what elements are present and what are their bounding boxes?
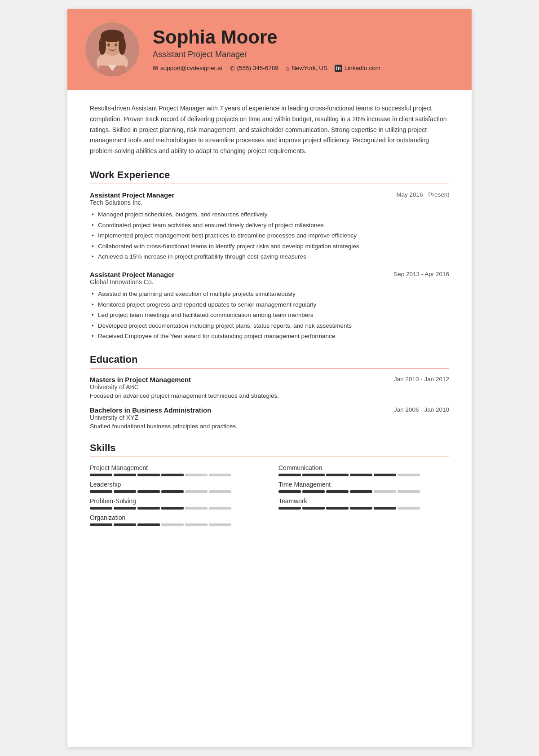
bar-segment-empty [209,490,231,493]
bar-segment-empty [398,474,420,476]
bar-segment-filled [137,474,160,476]
svg-point-5 [119,37,126,55]
candidate-name: Sophia Moore [153,27,454,48]
bar-segment-empty [398,490,420,493]
bar-segment-filled [137,507,160,510]
job-1-header: Assistant Project Manager May 2016 - Pre… [90,191,449,199]
bar-segment-filled [114,523,136,526]
bar-segment-empty [374,490,396,493]
bar-segment-empty [185,490,208,493]
skill-name: Organization [90,514,261,521]
bar-segment-filled [137,523,160,526]
skill-bar [278,474,449,476]
bar-segment-filled [114,490,136,493]
job-2-company: Global Innovations Co. [90,278,449,286]
svg-point-7 [115,44,117,47]
skills-section: Skills Project Management [90,442,449,526]
job-2-header: Assistant Project Manager Sep 2013 - Apr… [90,271,449,278]
job-1: Assistant Project Manager May 2016 - Pre… [90,191,449,262]
location-icon: ⌂ [286,65,289,72]
skill-project-management: Project Management [90,464,261,476]
skill-teamwork: Teamwork [278,497,449,510]
skill-bar [90,474,261,476]
list-item: Achieved a 15% increase in project profi… [90,252,449,262]
bar-segment-empty [398,507,420,510]
list-item: Monitored project progress and reported … [90,300,449,310]
edu-1-degree: Masters in Project Management [90,376,191,383]
skills-divider [90,457,449,457]
contact-location: ⌂ NewYork, US [286,65,327,72]
bar-segment-filled [278,507,301,510]
bar-segment-empty [185,523,208,526]
list-item: Developed project documentation includin… [90,321,449,331]
bar-segment-filled [350,474,372,476]
bar-segment-filled [374,507,396,510]
skill-name: Teamwork [278,497,449,505]
job-2-bullets: Assisted in the planning and execution o… [90,289,449,341]
bar-segment-filled [326,474,349,476]
email-text: support@cvdesigner.ai [160,65,222,71]
job-1-date: May 2016 - Present [396,191,449,198]
education-title: Education [90,354,449,365]
location-text: NewYork, US [292,65,327,71]
skill-bar [278,507,449,510]
work-experience-title: Work Experience [90,169,449,181]
skill-name: Project Management [90,464,261,471]
bar-segment-filled [161,507,184,510]
edu-2-header: Bachelors in Business Administration Jan… [90,406,449,414]
education-divider [90,368,449,369]
skill-leadership: Leadership [90,481,261,493]
header-info: Sophia Moore Assistant Project Manager ✉… [153,27,454,71]
job-2-title: Assistant Project Manager [90,271,174,278]
job-1-company: Tech Solutions Inc. [90,199,449,206]
skill-name: Time Management [278,481,449,488]
resume-header: Sophia Moore Assistant Project Manager ✉… [67,9,472,90]
list-item: Received Employee of the Year award for … [90,331,449,341]
contact-list: ✉ support@cvdesigner.ai ✆ (555) 345-6789… [153,65,454,72]
list-item: Assisted in the planning and execution o… [90,289,449,299]
edu-1: Masters in Project Management Jan 2010 -… [90,376,449,399]
bar-segment-filled [302,507,325,510]
skill-bar [90,523,261,526]
skill-time-management: Time Management [278,481,449,493]
bar-segment-empty [209,523,231,526]
skill-bar [278,490,449,493]
bar-segment-filled [350,490,372,493]
job-2-date: Sep 2013 - Apr 2016 [393,271,449,277]
linkedin-text: LinkedIn.com [345,65,380,71]
contact-email: ✉ support@cvdesigner.ai [153,65,222,72]
edu-1-date: Jan 2010 - Jan 2012 [394,376,449,382]
edu-2-desc: Studied foundational business principles… [90,423,449,430]
edu-2-school: University of XYZ [90,414,449,421]
edu-1-header: Masters in Project Management Jan 2010 -… [90,376,449,383]
edu-1-school: University of ABC [90,383,449,391]
bar-segment-filled [350,507,372,510]
edu-2-degree: Bachelors in Business Administration [90,406,211,414]
list-item: Implemented project management best prac… [90,231,449,241]
edu-1-desc: Focused on advanced project management t… [90,392,449,399]
bar-segment-filled [114,474,136,476]
bar-segment-empty [161,523,184,526]
bar-segment-filled [326,507,349,510]
bar-segment-filled [90,523,112,526]
email-icon: ✉ [153,65,158,72]
skills-grid: Project Management Communication [90,464,449,526]
bar-segment-filled [114,507,136,510]
skill-problem-solving: Problem-Solving [90,497,261,510]
bar-segment-empty [209,474,231,476]
skill-name: Problem-Solving [90,497,261,505]
bar-segment-empty [185,474,208,476]
linkedin-icon: in [335,65,342,72]
job-1-title: Assistant Project Manager [90,191,174,199]
bar-segment-empty [185,507,208,510]
svg-point-4 [99,37,106,55]
contact-phone: ✆ (555) 345-6789 [230,65,278,72]
avatar [85,22,139,76]
phone-text: (555) 345-6789 [237,65,278,71]
skills-title: Skills [90,442,449,454]
list-item: Coordinated project team activities and … [90,220,449,230]
edu-2-date: Jan 2006 - Jan 2010 [394,406,449,413]
bar-segment-filled [326,490,349,493]
bar-segment-filled [302,474,325,476]
skill-communication: Communication [278,464,449,476]
